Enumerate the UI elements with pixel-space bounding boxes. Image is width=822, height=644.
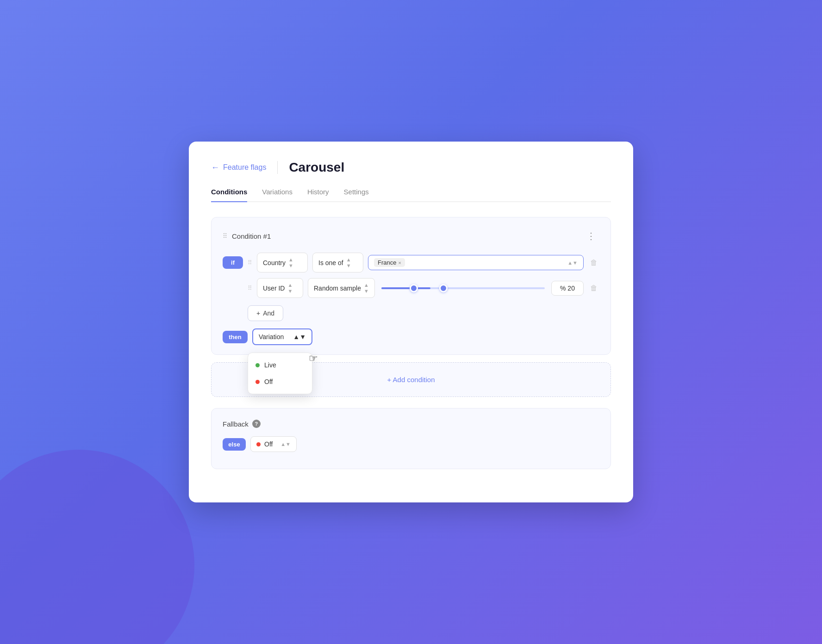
condition-title: Condition #1 <box>232 232 271 240</box>
then-badge: then <box>223 331 248 343</box>
rule-row-2: ⠿ User ID ▲▼ Random sample ▲▼ <box>223 278 599 298</box>
live-dot-icon <box>255 363 260 367</box>
slider-track <box>381 287 545 289</box>
back-label: Feature flags <box>223 163 266 172</box>
fallback-info-icon[interactable]: ? <box>252 420 261 428</box>
slider-thumb-left[interactable] <box>410 284 418 292</box>
rule-row-1: if ⠿ Country ▲▼ Is one of ▲▼ France × <box>223 253 599 272</box>
tabs-bar: Conditions Variations History Settings <box>211 188 611 202</box>
off-label: Off <box>264 378 273 385</box>
variation-chevron-icon: ▲▼ <box>293 333 306 341</box>
random-sample-label: Random sample <box>314 285 361 292</box>
operator-label: Is one of <box>318 259 343 266</box>
operator-chevron-icon: ▲▼ <box>346 257 351 268</box>
fallback-off-label: Off <box>264 440 273 448</box>
variation-dropdown: Live Off <box>248 353 312 394</box>
france-tag-label: France <box>378 259 396 266</box>
more-options-button[interactable]: ⋮ <box>583 229 599 243</box>
tab-settings[interactable]: Settings <box>344 188 369 202</box>
fallback-row: else Off ▲▼ <box>223 436 599 452</box>
add-condition-button[interactable]: + Add condition <box>387 376 435 384</box>
page-title: Carousel <box>289 160 344 175</box>
variation-label: Variation <box>259 333 284 341</box>
userid-field-label: User ID <box>263 285 285 292</box>
france-tag: France × <box>374 258 405 267</box>
condition-card-1: ⠿ Condition #1 ⋮ if ⠿ Country ▲▼ Is one … <box>211 217 611 355</box>
slider-fill <box>381 287 430 289</box>
and-button[interactable]: + And <box>248 305 283 321</box>
fallback-header: Fallback ? <box>223 420 599 428</box>
userid-field-select[interactable]: User ID ▲▼ <box>257 278 303 298</box>
random-chevron-icon: ▲▼ <box>364 282 369 294</box>
country-field-select[interactable]: Country ▲▼ <box>257 253 308 272</box>
fallback-card: Fallback ? else Off ▲▼ <box>211 408 611 469</box>
live-label: Live <box>264 361 276 369</box>
fallback-off-select[interactable]: Off ▲▼ <box>250 436 297 452</box>
header-divider <box>277 161 278 174</box>
france-tag-close-icon[interactable]: × <box>398 260 401 266</box>
delete-rule-2-button[interactable]: 🗑 <box>588 282 599 294</box>
if-badge: if <box>223 256 243 269</box>
add-condition-label: + Add condition <box>387 376 435 384</box>
header: ← Feature flags Carousel <box>211 160 611 175</box>
value-field[interactable]: France × ▲▼ <box>368 255 584 270</box>
off-dot-icon <box>255 380 260 384</box>
country-field-label: Country <box>263 259 286 266</box>
back-arrow-icon: ← <box>211 163 219 173</box>
country-chevron-icon: ▲▼ <box>288 257 293 268</box>
else-badge: else <box>223 438 246 451</box>
tab-conditions[interactable]: Conditions <box>211 188 247 202</box>
tab-history[interactable]: History <box>307 188 329 202</box>
tab-variations[interactable]: Variations <box>262 188 293 202</box>
row-drag-handle-1[interactable]: ⠿ <box>248 259 252 266</box>
fallback-off-dot-icon <box>256 442 261 446</box>
variation-select[interactable]: Variation ▲▼ <box>252 328 312 345</box>
modal-container: ← Feature flags Carousel Conditions Vari… <box>189 142 633 502</box>
userid-chevron-icon: ▲▼ <box>287 282 293 294</box>
operator-select[interactable]: Is one of ▲▼ <box>312 253 363 272</box>
off-option[interactable]: Off <box>248 373 312 390</box>
slider-thumb-right[interactable] <box>439 284 448 292</box>
condition-title-row: ⠿ Condition #1 <box>223 232 271 240</box>
random-sample-select[interactable]: Random sample ▲▼ <box>308 278 375 298</box>
and-label: And <box>263 310 274 317</box>
value-chevron-icon: ▲▼ <box>567 260 578 266</box>
percent-display: % 20 <box>551 281 584 296</box>
then-row: then Variation ▲▼ Live Off ☞ <box>223 328 599 345</box>
and-icon: + <box>256 310 260 317</box>
back-link[interactable]: ← Feature flags <box>211 163 266 173</box>
drag-handle-icon[interactable]: ⠿ <box>223 232 227 240</box>
delete-rule-1-button[interactable]: 🗑 <box>588 257 599 269</box>
fallback-label: Fallback <box>223 420 249 428</box>
live-option[interactable]: Live <box>248 357 312 373</box>
row-drag-handle-2[interactable]: ⠿ <box>248 285 252 291</box>
slider-container[interactable] <box>380 287 547 289</box>
fallback-chevron-icon: ▲▼ <box>280 441 291 447</box>
condition-header: ⠿ Condition #1 ⋮ <box>223 229 599 243</box>
